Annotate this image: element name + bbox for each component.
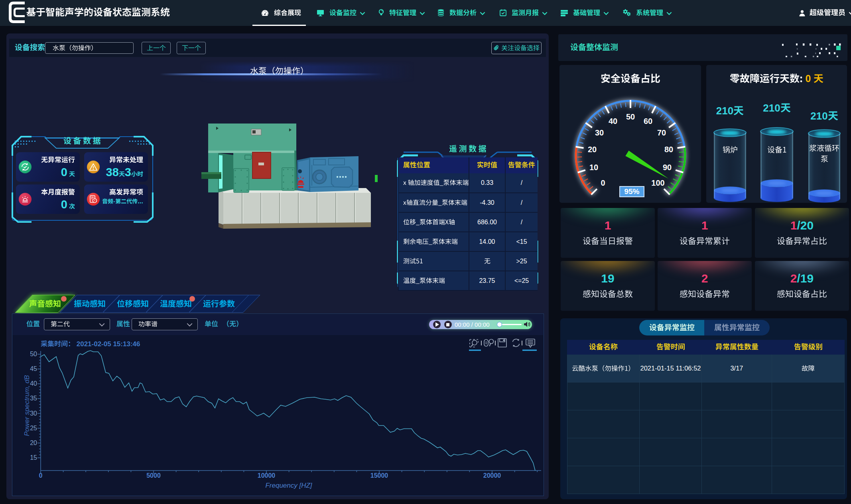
svg-text:15: 15 — [30, 454, 37, 461]
svg-text:10000: 10000 — [258, 472, 276, 479]
svg-text:60: 60 — [644, 117, 652, 126]
svg-text:10: 10 — [589, 163, 598, 172]
svg-text:20000: 20000 — [483, 472, 501, 479]
svg-text:45: 45 — [30, 365, 37, 372]
svg-text:5000: 5000 — [146, 472, 161, 479]
svg-text:100: 100 — [651, 178, 664, 187]
svg-text:30: 30 — [30, 410, 37, 417]
svg-text:25: 25 — [30, 425, 37, 431]
svg-text:50: 50 — [30, 351, 37, 357]
svg-text:30: 30 — [595, 128, 604, 137]
svg-text:0: 0 — [601, 178, 605, 187]
svg-text:35: 35 — [30, 395, 37, 402]
svg-text:80: 80 — [664, 145, 673, 154]
svg-text:90: 90 — [663, 163, 672, 172]
svg-text:40: 40 — [30, 380, 37, 387]
svg-text:20: 20 — [30, 439, 37, 446]
svg-text:40: 40 — [609, 117, 617, 126]
svg-text:20: 20 — [588, 145, 597, 154]
svg-text:Frequency [HZ]: Frequency [HZ] — [265, 482, 312, 489]
svg-text:50: 50 — [626, 112, 635, 121]
svg-text:70: 70 — [657, 128, 666, 137]
svg-text:0: 0 — [39, 472, 43, 479]
svg-text:Power spectrum, dB: Power spectrum, dB — [23, 375, 31, 436]
svg-text:15000: 15000 — [370, 472, 388, 479]
